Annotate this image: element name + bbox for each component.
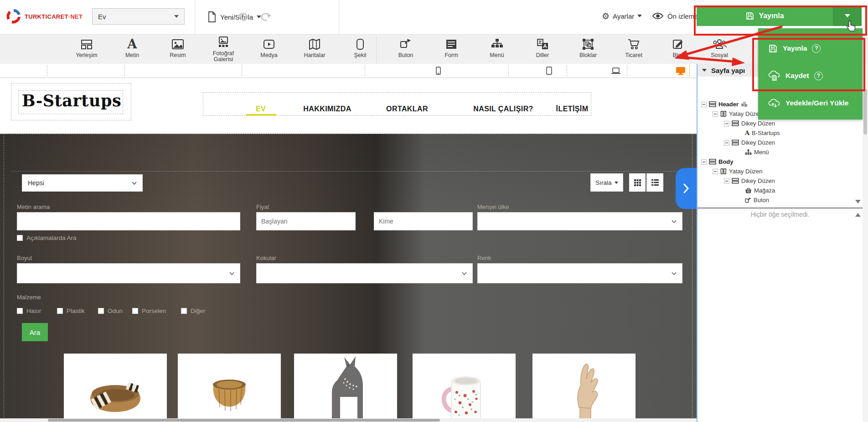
publish-dropdown-menu: Yayınla ? Kaydet ? Yedekle/Geri Yükle [758, 28, 863, 120]
grid-view-button[interactable] [629, 173, 646, 192]
collapse-down-icon[interactable] [855, 200, 861, 203]
tree-item-yatay-duzen-2[interactable]: Yatay Düzen [698, 167, 762, 176]
collapse-toggle[interactable] [701, 102, 707, 107]
nav-item-hakkimizda[interactable]: HAKKIMIZDA [303, 105, 351, 113]
tree-item-magaza[interactable]: Mağaza [698, 186, 775, 195]
tree-item-dikey-duzen-3[interactable]: Dikey Düzen [698, 176, 775, 186]
toolbar-item-metin[interactable]: A Metin [110, 37, 154, 58]
chevron-down-icon [462, 272, 467, 275]
menu-item-yedekle-geri-yukle[interactable]: Yedekle/Geri Yükle [758, 94, 863, 112]
device-desktop-icon[interactable] [676, 67, 686, 75]
publish-button[interactable]: Yayınla [697, 5, 833, 26]
canvas-hscroll-thumb[interactable] [48, 419, 440, 422]
toolbar-item-resim[interactable]: Resim [156, 37, 200, 58]
breakpoint-ruler [0, 64, 697, 78]
toolbar-item-sekil[interactable]: Şekil [338, 37, 382, 58]
empty-selection-message: Hiçbir öğe seçilmedi. [698, 211, 863, 218]
toolbar-item-buton[interactable]: Buton [384, 37, 428, 58]
material-checkbox-porselen[interactable] [132, 308, 138, 314]
panel-scrollbar-track[interactable] [863, 64, 868, 422]
panel-divider[interactable] [698, 207, 863, 209]
tree-item-body[interactable]: Body [698, 157, 734, 167]
tree-item-dikey-duzen[interactable]: Dikey Düzen [698, 119, 775, 128]
toolbar-item-fotograf-galerisi[interactable]: Fotoğraf Galerisi [202, 36, 245, 63]
product-card-floral-mug[interactable] [413, 354, 516, 422]
device-phone-icon[interactable] [436, 67, 441, 75]
product-card-wooden-horse[interactable] [294, 354, 397, 422]
collapse-toggle[interactable] [713, 111, 718, 117]
description-search-checkbox[interactable] [17, 235, 23, 241]
material-checkbox-plastik[interactable] [57, 308, 63, 314]
collapse-toggle[interactable] [724, 140, 729, 146]
origin-label: Menşei ülke [477, 203, 509, 210]
material-checkbox-diger[interactable] [181, 308, 187, 314]
toolbar-item-haritalar[interactable]: Haritalar [293, 37, 336, 58]
toolbar-item-menu[interactable]: Menü [475, 37, 519, 58]
collapse-toggle[interactable] [713, 169, 718, 174]
list-view-button[interactable] [646, 173, 663, 192]
tree-item-header[interactable]: Header [698, 99, 748, 109]
collapse-toggle[interactable] [724, 121, 729, 126]
size-select[interactable] [17, 263, 240, 283]
tree-item-b-startups[interactable]: A B-Startups [698, 128, 780, 138]
category-select[interactable]: Hepsi [22, 174, 143, 192]
price-to-input[interactable] [374, 212, 473, 230]
toolbar-item-sosyal[interactable]: Sosyal [698, 37, 741, 58]
device-tablet-icon[interactable] [546, 67, 552, 75]
toolbar-item-bloklar[interactable]: Bloklar [566, 37, 610, 58]
panel-splitter[interactable] [697, 64, 698, 422]
product-card-wooden-hand[interactable] [532, 354, 636, 422]
toolbar-item-medya[interactable]: Medya [247, 37, 291, 58]
nav-item-iletisim[interactable]: İLETİŞİM [556, 105, 589, 113]
settings-button[interactable]: ⚙ Ayarlar [602, 11, 642, 21]
image-icon [171, 37, 185, 51]
help-icon[interactable]: ? [814, 72, 823, 80]
nav-item-nasil-calisir[interactable]: NASIL ÇALIŞIR? [473, 105, 533, 113]
sort-button[interactable]: Sırala [590, 173, 623, 192]
panel-scrollbar-thumb[interactable] [863, 89, 867, 135]
nav-item-ortaklar[interactable]: ORTAKLAR [386, 105, 428, 113]
product-card-striped-wooden-bowl[interactable] [64, 354, 167, 422]
menu-item-kaydet[interactable]: Kaydet ? [758, 67, 863, 85]
toolbar-item-yerlesim[interactable]: Yerleşim [65, 37, 108, 58]
scent-select[interactable] [256, 263, 473, 283]
text-search-input[interactable] [17, 212, 240, 230]
help-icon[interactable]: ? [812, 44, 821, 53]
toolbar-item-blog[interactable]: Blog [656, 37, 700, 58]
material-checkbox-odun[interactable] [98, 308, 104, 314]
preview-button[interactable]: Ön izleme [652, 12, 698, 20]
panel-expand-tab[interactable] [676, 168, 697, 209]
price-from-input[interactable] [256, 212, 356, 230]
page-select[interactable]: Ev [92, 8, 185, 25]
product-card-bamboo-bowl[interactable] [178, 354, 281, 422]
tree-item-yatay-duzen[interactable]: Yatay Düzen [698, 109, 762, 119]
undo-button[interactable] [236, 10, 250, 24]
collapse-toggle[interactable] [724, 178, 729, 184]
toolbar-item-form[interactable]: Form [429, 37, 473, 58]
collapse-toggle[interactable] [701, 159, 707, 165]
site-logo-text[interactable]: B-Startups [22, 91, 121, 110]
save-icon [745, 11, 754, 21]
rows-icon [709, 101, 716, 107]
toolbar-item-ticaret[interactable]: Ticaret [612, 37, 656, 58]
section-outline [4, 134, 4, 422]
device-laptop-icon[interactable] [611, 68, 621, 74]
search-button[interactable]: Ara [22, 323, 48, 341]
text-icon: A [128, 37, 137, 51]
chevron-right-icon [683, 183, 689, 193]
tree-item-dikey-duzen-2[interactable]: Dikey Düzen [698, 138, 775, 147]
color-select[interactable] [477, 263, 682, 283]
material-checkbox-hasir[interactable] [17, 308, 23, 314]
nav-item-ev[interactable]: EV [256, 105, 266, 113]
tree-item-menu[interactable]: Menü [698, 147, 769, 157]
brand-text-main: TURKTICARET [25, 13, 68, 20]
new-reset-button[interactable]: Yeni/Sıfırla [207, 11, 261, 23]
publish-dropdown-toggle[interactable] [833, 5, 862, 26]
redo-icon [259, 10, 273, 24]
widget-toolbar: Yerleşim A Metin Resim Fotoğraf Galerisi… [0, 34, 868, 64]
menu-item-yayinla[interactable]: Yayınla ? [758, 39, 863, 57]
origin-select[interactable] [477, 212, 682, 230]
tree-item-buton[interactable]: Buton [698, 195, 769, 205]
toolbar-item-diller[interactable]: Diller [521, 37, 564, 58]
redo-button[interactable] [259, 10, 273, 24]
